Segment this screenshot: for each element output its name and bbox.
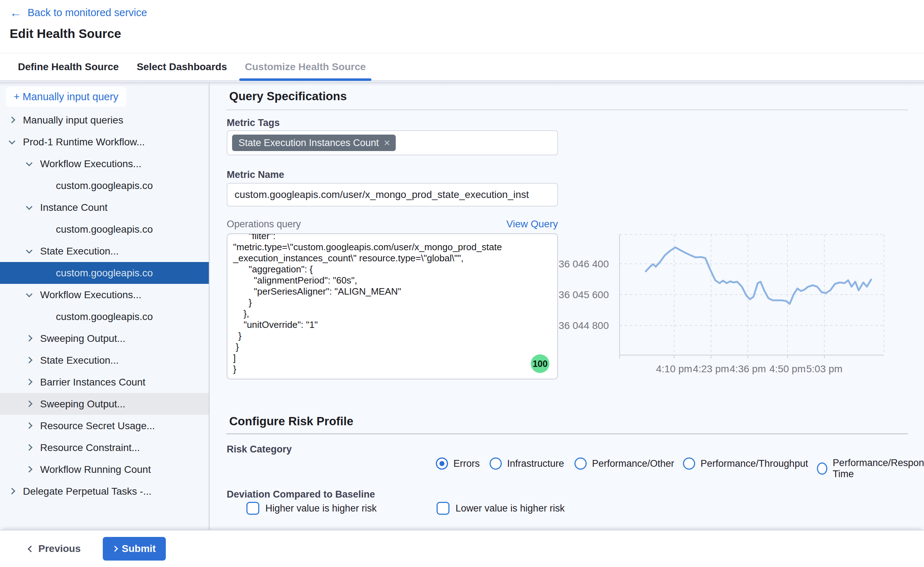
checkbox-label: Lower value is higher risk	[455, 503, 565, 514]
tree-item-state-execution[interactable]: State Execution...	[0, 240, 209, 262]
tree-item-delegate-perpetual-tasks[interactable]: Delegate Perpetual Tasks -...	[0, 480, 209, 502]
main-panel: Query Specifications Metric Tags State E…	[210, 82, 924, 530]
tree-item-prod-1-runtime-workflow[interactable]: Prod-1 Runtime Workflow...	[0, 131, 209, 153]
records-count-badge: 100	[531, 354, 549, 373]
tree-item-label: Workflow Executions...	[0, 158, 141, 170]
metric-timeseries-line	[646, 248, 871, 304]
x-axis-tick-label: 4:36 pm	[730, 363, 766, 374]
active-tab-underline	[239, 78, 372, 81]
checkbox-label: Higher value is higher risk	[265, 503, 377, 514]
operations-query-text: "filter": "metric.type=\"custom.googleap…	[227, 233, 557, 375]
radio-label: Infrastructure	[507, 458, 564, 469]
radio-label: Performance/Throughput	[700, 458, 808, 469]
operations-query-row: Operations query View Query	[227, 218, 558, 230]
y-axis-tick-label: 36 045 600	[559, 289, 609, 300]
tab-label: Customize Health Source	[245, 61, 366, 73]
risk-category-radio-group: ErrorsInfrastructurePerformance/OtherPer…	[210, 458, 891, 472]
view-query-link[interactable]: View Query	[506, 218, 558, 230]
risk-category-radio-performance-other[interactable]: Performance/Other	[574, 458, 675, 470]
tree-item-label: custom.googleapis.co	[0, 180, 153, 192]
remove-tag-icon[interactable]: ×	[384, 138, 391, 148]
back-to-monitored-service-link[interactable]: ← Back to monitored service	[10, 6, 147, 19]
risk-category-radio-performance-throughput[interactable]: Performance/Throughput	[683, 458, 808, 470]
tree-item-label: custom.googleapis.co	[0, 224, 153, 235]
wizard-tabbar: Define Health SourceSelect DashboardsCus…	[0, 53, 924, 81]
back-arrow-icon: ←	[10, 6, 22, 19]
section-divider	[226, 434, 908, 434]
submit-button[interactable]: Submit	[103, 537, 166, 561]
checkbox-unchecked-icon	[246, 502, 259, 515]
tree-item-instance-count[interactable]: Instance Count	[0, 196, 209, 218]
deviation-checkbox-group: Higher value is higher riskLower value i…	[210, 502, 891, 518]
x-axis-tick-label: 4:10 pm	[656, 363, 692, 374]
tree-item-state-execution[interactable]: State Execution...	[0, 350, 209, 371]
tree-item-resource-secret-usage[interactable]: Resource Secret Usage...	[0, 415, 209, 437]
tree-item-sweeping-output[interactable]: Sweeping Output...	[0, 327, 209, 350]
add-manual-query-button[interactable]: + Manually input query	[6, 87, 126, 106]
wizard-footer: Previous Submit	[0, 530, 924, 567]
page-title: Edit Health Source	[10, 27, 121, 41]
tree-item-resource-constraint[interactable]: Resource Constraint...	[0, 437, 209, 459]
tree-item-custom-googleapis-co[interactable]: custom.googleapis.co	[0, 175, 209, 196]
x-axis-tick-label: 4:23 pm	[693, 363, 729, 374]
query-sidebar: + Manually input query Manually input qu…	[0, 82, 209, 530]
risk-category-radio-infrastructure[interactable]: Infrastructure	[490, 458, 564, 470]
radio-unselected-icon	[683, 458, 695, 470]
metric-name-input[interactable]	[227, 183, 558, 207]
tab-customize-health-source[interactable]: Customize Health Source	[244, 53, 367, 80]
tab-define-health-source[interactable]: Define Health Source	[17, 53, 120, 80]
previous-button[interactable]: Previous	[29, 543, 81, 555]
tree-item-custom-googleapis-co[interactable]: custom.googleapis.co	[0, 262, 209, 284]
tree-item-label: Barrier Instances Count	[0, 376, 146, 388]
tree-item-workflow-executions[interactable]: Workflow Executions...	[0, 153, 209, 175]
radio-unselected-icon	[574, 458, 587, 470]
tree-item-label: State Execution...	[0, 355, 119, 366]
radio-label: Errors	[454, 458, 480, 469]
tree-item-label: Resource Constraint...	[0, 442, 140, 453]
radio-unselected-icon	[817, 462, 827, 475]
tab-label: Select Dashboards	[137, 61, 227, 73]
risk-category-radio-performance-response-time[interactable]: Performance/Response Time	[817, 458, 924, 480]
tree-item-workflow-running-count[interactable]: Workflow Running Count	[0, 459, 209, 480]
risk-category-label: Risk Category	[227, 444, 292, 455]
tree-item-custom-googleapis-co[interactable]: custom.googleapis.co	[0, 306, 209, 327]
tree-item-sweeping-output[interactable]: Sweeping Output...	[0, 393, 209, 415]
metric-tags-label: Metric Tags	[227, 117, 280, 129]
radio-label: Performance/Other	[592, 458, 675, 469]
metric-tag-chip: State Execution Instances Count ×	[232, 135, 396, 151]
deviation-baseline-label: Deviation Compared to Baseline	[227, 489, 375, 500]
tree-item-label: Delegate Perpetual Tasks -...	[0, 486, 152, 497]
section-divider	[226, 110, 908, 110]
tree-item-label: Sweeping Output...	[0, 398, 125, 410]
tab-select-dashboards[interactable]: Select Dashboards	[136, 53, 228, 80]
query-tree: Manually input queriesProd-1 Runtime Wor…	[0, 109, 209, 502]
risk-category-radio-errors[interactable]: Errors	[436, 458, 480, 470]
tree-item-label: custom.googleapis.co	[0, 311, 153, 322]
tree-item-barrier-instances-count[interactable]: Barrier Instances Count	[0, 371, 209, 393]
deviation-checkbox-higher-value-is-higher-risk[interactable]: Higher value is higher risk	[246, 502, 377, 515]
tree-item-manually-input-queries[interactable]: Manually input queries	[0, 109, 209, 131]
deviation-checkbox-lower-value-is-higher-risk[interactable]: Lower value is higher risk	[437, 502, 565, 515]
configure-risk-profile-heading: Configure Risk Profile	[229, 414, 353, 428]
radio-unselected-icon	[490, 458, 502, 470]
metric-tags-input[interactable]: State Execution Instances Count ×	[227, 130, 558, 155]
tree-item-label: Workflow Executions...	[0, 289, 141, 301]
tree-item-label: Instance Count	[0, 202, 107, 213]
radio-selected-icon	[436, 458, 448, 470]
query-specifications-heading: Query Specifications	[229, 90, 347, 103]
y-axis-tick-label: 36 044 800	[559, 320, 609, 331]
x-axis-tick-label: 5:03 pm	[806, 363, 842, 374]
tree-item-workflow-executions[interactable]: Workflow Executions...	[0, 284, 209, 306]
tree-item-custom-googleapis-co[interactable]: custom.googleapis.co	[0, 218, 209, 240]
checkbox-unchecked-icon	[437, 502, 449, 515]
page-header: ← Back to monitored service Edit Health …	[0, 0, 924, 53]
metric-chart-svg: 36 046 40036 045 60036 044 8004:10 pm4:2…	[559, 229, 913, 383]
tree-item-label: Prod-1 Runtime Workflow...	[0, 136, 145, 148]
tab-label: Define Health Source	[18, 61, 119, 73]
metric-tag-chip-label: State Execution Instances Count	[239, 138, 379, 148]
chevron-left-icon	[28, 546, 34, 552]
tree-item-label: Resource Secret Usage...	[0, 420, 155, 432]
tree-item-label: custom.googleapis.co	[0, 267, 153, 279]
metric-name-label: Metric Name	[227, 170, 284, 180]
operations-query-textarea[interactable]: "filter": "metric.type=\"custom.googleap…	[227, 233, 558, 380]
